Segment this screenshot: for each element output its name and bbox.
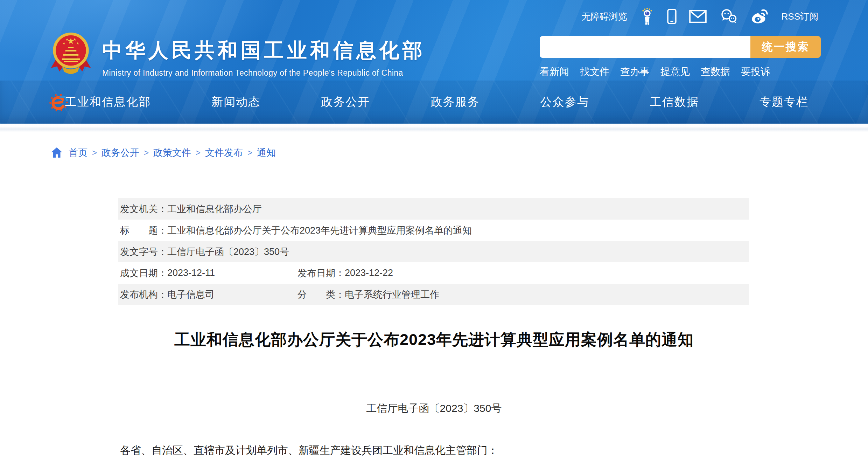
meta-label: 成文日期： (120, 267, 167, 279)
nav-item-news[interactable]: 新闻动态 (211, 94, 260, 110)
nav-items: 工业和信息化部 新闻动态 政务公开 政务服务 公众参与 工信数据 专题专栏 (65, 81, 808, 124)
meta-value: 2023-12-22 (345, 268, 393, 278)
nav-item-gov-services[interactable]: 政务服务 (430, 94, 479, 110)
weibo-icon[interactable] (751, 8, 769, 25)
mail-icon[interactable] (689, 10, 707, 23)
quick-link-suggest[interactable]: 提意见 (660, 65, 690, 78)
meta-row-agency-category: 发布机构： 电子信息司 分 类： 电子系统行业管理工作 (118, 284, 749, 305)
quick-link-news[interactable]: 看新闻 (540, 65, 569, 78)
nav-item-gov-openness[interactable]: 政务公开 (321, 94, 370, 110)
home-icon (51, 147, 63, 158)
meta-label: 发布日期： (298, 267, 345, 279)
meta-label: 标 题： (120, 224, 167, 237)
meta-value: 电子信息司 (167, 288, 215, 301)
mobile-icon[interactable] (667, 9, 677, 24)
unified-search-button[interactable]: 统一搜索 (750, 36, 821, 58)
meta-value: 工信厅电子函〔2023〕350号 (167, 246, 289, 258)
quick-link-services[interactable]: 查办事 (620, 65, 650, 78)
document-title: 工业和信息化部办公厅关于公布2023年先进计算典型应用案例名单的通知 (119, 329, 749, 350)
meta-label: 发文机关： (120, 203, 167, 215)
meta-row-issuing-agency: 发文机关： 工业和信息化部办公厅 (118, 198, 749, 220)
meta-value: 2023-12-11 (167, 268, 215, 278)
document-salutation: 各省、自治区、直辖市及计划单列市、新疆生产建设兵团工业和信息化主管部门： (120, 443, 750, 458)
topbar: 无障碍浏览 (582, 8, 818, 25)
breadcrumb-notice[interactable]: 通知 (257, 146, 276, 159)
search-area: 统一搜索 看新闻 找文件 查办事 提意见 查数据 要投诉 (540, 36, 821, 78)
nav-item-data[interactable]: 工信数据 (650, 94, 699, 110)
robot-mascot-icon[interactable] (640, 8, 654, 25)
breadcrumb-separator: > (92, 148, 97, 158)
meta-label: 分 类： (298, 288, 345, 301)
breadcrumb-gov-openness[interactable]: 政务公开 (102, 146, 139, 159)
nav-item-participation[interactable]: 公众参与 (540, 94, 589, 110)
meta-label: 发布机构： (120, 288, 167, 301)
meta-value: 工业和信息化部办公厅 (167, 203, 262, 215)
meta-label: 发文字号： (120, 246, 167, 258)
meta-row-doc-number: 发文字号： 工信厅电子函〔2023〕350号 (118, 241, 749, 262)
breadcrumb-separator: > (196, 148, 201, 158)
national-emblem-icon (50, 31, 92, 76)
nav-item-miit[interactable]: 工业和信息化部 (65, 94, 151, 110)
breadcrumb-file-release[interactable]: 文件发布 (205, 146, 243, 159)
meta-row-title: 标 题： 工业和信息化部办公厅关于公布2023年先进计算典型应用案例名单的通知 (118, 220, 749, 241)
quick-link-data[interactable]: 查数据 (701, 65, 730, 78)
brand-title-cn: 中华人民共和国工业和信息化部 (102, 37, 426, 64)
breadcrumb-policy-files[interactable]: 政策文件 (153, 146, 191, 159)
wechat-icon[interactable] (719, 9, 738, 24)
breadcrumb: 首页 > 政务公开 > 政策文件 > 文件发布 > 通知 (51, 146, 276, 159)
rss-link[interactable]: RSS订阅 (782, 11, 818, 23)
breadcrumb-separator: > (247, 148, 252, 158)
breadcrumb-home[interactable]: 首页 (69, 146, 88, 159)
brand-title-en: Ministry of Industry and Information Tec… (102, 68, 426, 78)
document-number: 工信厅电子函〔2023〕350号 (119, 401, 749, 416)
meta-value: 工业和信息化部办公厅关于公布2023年先进计算典型应用案例名单的通知 (167, 224, 472, 237)
brand[interactable]: 中华人民共和国工业和信息化部 Ministry of Industry and … (102, 37, 426, 78)
site-header: 无障碍浏览 (0, 0, 868, 124)
search-box: 统一搜索 (540, 36, 821, 58)
search-input[interactable] (540, 36, 750, 58)
doc-meta-table: 发文机关： 工业和信息化部办公厅 标 题： 工业和信息化部办公厅关于公布2023… (118, 198, 749, 305)
quick-link-files[interactable]: 找文件 (580, 65, 609, 78)
meta-value: 电子系统行业管理工作 (345, 288, 439, 301)
meta-row-dates: 成文日期： 2023-12-11 发布日期： 2023-12-22 (118, 262, 749, 284)
nav-item-topics[interactable]: 专题专栏 (760, 94, 808, 110)
breadcrumb-separator: > (144, 148, 149, 158)
page: 无障碍浏览 (0, 0, 868, 470)
header-divider (0, 124, 868, 132)
quick-link-complaint[interactable]: 要投诉 (741, 65, 770, 78)
accessibility-link[interactable]: 无障碍浏览 (582, 11, 627, 23)
quick-links: 看新闻 找文件 查办事 提意见 查数据 要投诉 (540, 65, 821, 78)
